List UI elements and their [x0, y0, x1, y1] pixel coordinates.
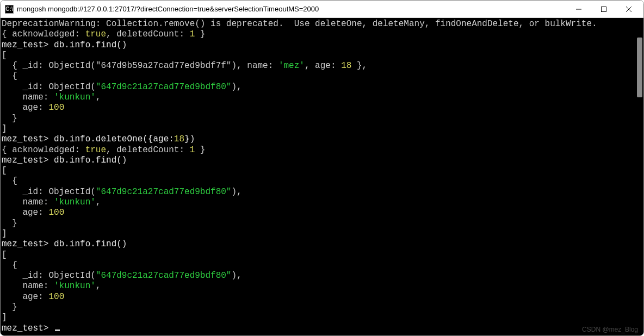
watermark: CSDN @mez_Blog — [582, 326, 638, 333]
minimize-button[interactable] — [566, 1, 591, 17]
arr-close-3: ] — [2, 313, 7, 322]
arr-open-3: [ — [2, 250, 7, 260]
obj-open-2: { — [2, 176, 17, 186]
prompt-line-2: mez_test> db.info.deleteOne({age:18}) — [2, 134, 195, 144]
prompt-line-3: mez_test> db.info.find() — [2, 155, 127, 165]
prompt-line-5[interactable]: mez_test> — [2, 323, 60, 333]
id-line-3: _id: ObjectId("647d9c21a27cad77ed9bdf80"… — [2, 271, 242, 281]
ack-line-1: { acknowledged: true, deletedCount: 1 } — [2, 29, 205, 39]
obj-open-3: { — [2, 260, 17, 270]
obj-open: { — [2, 71, 17, 81]
deprecation-warning: DeprecationWarning: Collection.remove() … — [2, 19, 597, 29]
name-line-2: name: 'kunkun', — [2, 197, 101, 207]
arr-open-2: [ — [2, 166, 7, 176]
age-line: age: 100 — [2, 103, 64, 113]
window-controls — [566, 1, 641, 17]
age-line-2: age: 100 — [2, 208, 64, 217]
svg-rect-1 — [602, 7, 606, 11]
obj-close-2: } — [2, 219, 17, 228]
terminal-area[interactable]: DeprecationWarning: Collection.remove() … — [1, 18, 643, 335]
id-line-2: _id: ObjectId("647d9c21a27cad77ed9bdf80"… — [2, 187, 242, 197]
prompt-line-1: mez_test> db.info.find() — [2, 40, 127, 50]
id-line: _id: ObjectId("647d9c21a27cad77ed9bdf80"… — [2, 82, 242, 92]
ack-line-2: { acknowledged: true, deletedCount: 1 } — [2, 145, 205, 155]
age-line-3: age: 100 — [2, 292, 64, 302]
window-title: mongosh mongodb://127.0.0.1:27017/?direc… — [17, 5, 566, 13]
obj-close-3: } — [2, 302, 17, 312]
maximize-button[interactable] — [591, 1, 616, 17]
name-line: name: 'kunkun', — [2, 92, 101, 102]
name-line-3: name: 'kunkun', — [2, 281, 101, 291]
scrollbar[interactable] — [635, 19, 642, 334]
obj-close: } — [2, 114, 17, 123]
titlebar: C:\ mongosh mongodb://127.0.0.1:27017/?d… — [1, 1, 643, 18]
close-button[interactable] — [616, 1, 641, 17]
app-icon: C:\ — [5, 5, 14, 14]
doc-1: { _id: ObjectId("647d9b59a27cad77ed9bdf7… — [2, 61, 367, 71]
arr-open: [ — [2, 51, 7, 60]
prompt-line-4: mez_test> db.info.find() — [2, 239, 127, 249]
arr-close: ] — [2, 124, 7, 134]
arr-close-2: ] — [2, 229, 7, 239]
scrollbar-thumb[interactable] — [637, 38, 642, 97]
cursor — [55, 329, 60, 331]
terminal-output[interactable]: DeprecationWarning: Collection.remove() … — [1, 18, 643, 335]
